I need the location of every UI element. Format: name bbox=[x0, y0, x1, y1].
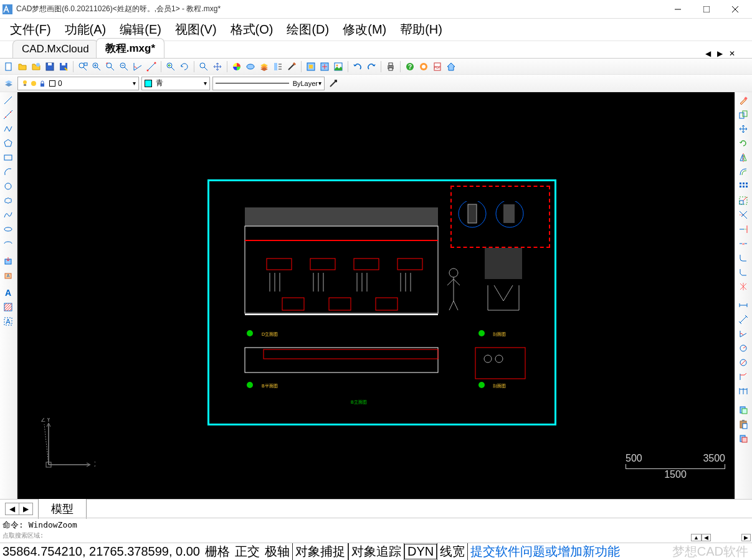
undo-button[interactable] bbox=[351, 60, 364, 73]
block-button[interactable] bbox=[305, 60, 317, 73]
insert-button[interactable] bbox=[318, 60, 331, 73]
erase-button[interactable] bbox=[736, 93, 750, 107]
scroll-left-icon[interactable]: ◀ bbox=[702, 534, 711, 541]
scale-button[interactable] bbox=[736, 194, 750, 207]
measure-angle-button[interactable] bbox=[131, 60, 144, 73]
polar-toggle[interactable]: 极轴 bbox=[262, 543, 292, 560]
arc-button[interactable] bbox=[1, 165, 15, 179]
dim-ordinate-button[interactable] bbox=[736, 370, 750, 384]
properties-button[interactable] bbox=[272, 60, 284, 73]
layout-next-button[interactable]: ▶ bbox=[19, 503, 32, 515]
cut-clip-button[interactable] bbox=[736, 432, 750, 445]
pdf-button[interactable]: PDF bbox=[431, 60, 444, 73]
polyline-button[interactable] bbox=[1, 122, 15, 136]
rotate-button[interactable] bbox=[736, 136, 750, 150]
lineweight-toggle[interactable]: 线宽 bbox=[437, 543, 468, 560]
scroll-up-icon[interactable]: ▲ bbox=[691, 534, 702, 541]
linetype-dropdown[interactable]: ByLayer ▾ bbox=[212, 77, 325, 90]
menu-file[interactable]: 文件(F) bbox=[4, 19, 57, 40]
drawing-canvas[interactable]: D立面图 B平面图 剖面图 剖面图 B立面图 Y X Z 5003500 bbox=[17, 92, 735, 499]
layer-manager-button[interactable] bbox=[2, 77, 15, 90]
regen-button[interactable] bbox=[178, 60, 191, 73]
copy-clip-button[interactable] bbox=[736, 403, 750, 417]
ellipse-button[interactable] bbox=[1, 222, 15, 236]
menu-draw[interactable]: 绘图(D) bbox=[280, 19, 335, 40]
menu-function[interactable]: 功能(A) bbox=[59, 19, 113, 40]
xline-button[interactable] bbox=[1, 108, 15, 121]
pan-button[interactable] bbox=[211, 60, 224, 73]
new-button[interactable] bbox=[2, 60, 15, 73]
rectangle-button[interactable] bbox=[1, 151, 15, 164]
about-button[interactable] bbox=[417, 60, 430, 73]
tab-close-icon[interactable]: ✕ bbox=[727, 49, 737, 58]
draw-order-button[interactable] bbox=[285, 60, 298, 73]
model-tab[interactable]: 模型 bbox=[38, 498, 87, 519]
help-button[interactable]: ? bbox=[404, 60, 416, 73]
ellipse-arc-button[interactable] bbox=[1, 237, 15, 250]
dim-radius-button[interactable] bbox=[736, 341, 750, 355]
circle-button[interactable] bbox=[1, 179, 15, 193]
feedback-link[interactable]: 提交软件问题或增加新功能 bbox=[470, 543, 620, 560]
offset-button[interactable] bbox=[736, 165, 750, 179]
maximize-button[interactable] bbox=[692, 0, 721, 19]
color-button[interactable] bbox=[231, 60, 243, 73]
zoom-previous-button[interactable] bbox=[164, 60, 177, 73]
dim-continue-button[interactable] bbox=[736, 384, 750, 398]
osnap-toggle[interactable]: 对象捕捉 bbox=[292, 543, 348, 560]
open-cloud-button[interactable] bbox=[30, 60, 42, 73]
minimize-button[interactable] bbox=[664, 0, 692, 19]
array-button[interactable] bbox=[736, 179, 750, 193]
measure-dist-button[interactable] bbox=[145, 60, 158, 73]
copy-button[interactable] bbox=[736, 108, 750, 121]
mirror-button[interactable] bbox=[736, 151, 750, 164]
dyn-toggle[interactable]: DYN bbox=[404, 544, 437, 559]
dim-diameter-button[interactable] bbox=[736, 356, 750, 369]
text-button[interactable]: A bbox=[1, 286, 15, 300]
print-button[interactable] bbox=[384, 60, 397, 73]
zoom-realtime-button[interactable] bbox=[198, 60, 210, 73]
otrack-toggle[interactable]: 对象追踪 bbox=[348, 543, 404, 560]
open-button[interactable] bbox=[16, 60, 29, 73]
menu-help[interactable]: 帮助(H) bbox=[394, 19, 449, 40]
layer-dropdown[interactable]: 0 ▾ bbox=[17, 77, 139, 90]
zoom-window-button[interactable] bbox=[77, 60, 89, 73]
save-as-button[interactable] bbox=[57, 60, 70, 73]
trim-button[interactable] bbox=[736, 208, 750, 222]
save-button[interactable] bbox=[44, 60, 56, 73]
chamfer-button[interactable] bbox=[736, 265, 750, 279]
matchprop-button[interactable] bbox=[327, 77, 340, 90]
dim-aligned-button[interactable] bbox=[736, 313, 750, 326]
insert-block-button[interactable] bbox=[1, 254, 15, 268]
menu-modify[interactable]: 修改(M) bbox=[336, 19, 393, 40]
command-text[interactable]: 命令: WindowZoom 点取搜索区域: bbox=[0, 518, 690, 543]
revcloud-button[interactable] bbox=[1, 194, 15, 207]
home-button[interactable] bbox=[445, 60, 457, 73]
zoom-out-button[interactable] bbox=[118, 60, 130, 73]
menu-format[interactable]: 格式(O) bbox=[224, 19, 280, 40]
hatch-button[interactable] bbox=[1, 300, 15, 314]
paste-clip-button[interactable] bbox=[736, 417, 750, 431]
tab-next-icon[interactable]: ▶ bbox=[715, 49, 725, 58]
explode-button[interactable] bbox=[736, 280, 750, 293]
break-button[interactable]: × bbox=[736, 237, 750, 250]
tab-tutorial[interactable]: 教程.mxg* bbox=[96, 38, 164, 58]
menu-edit[interactable]: 编辑(E) bbox=[113, 19, 168, 40]
color-dropdown[interactable]: 青 ▾ bbox=[141, 77, 210, 90]
dim-linear-button[interactable] bbox=[736, 298, 750, 312]
image-button[interactable] bbox=[332, 60, 345, 73]
polygon-button[interactable] bbox=[1, 136, 15, 150]
mtext-button[interactable]: A bbox=[1, 315, 15, 328]
ortho-toggle[interactable]: 正交 bbox=[232, 543, 262, 560]
zoom-in-button[interactable] bbox=[90, 60, 103, 73]
grid-toggle[interactable]: 栅格 bbox=[202, 543, 232, 560]
linetype-button[interactable] bbox=[244, 60, 257, 73]
extend-button[interactable] bbox=[736, 222, 750, 236]
tab-prev-icon[interactable]: ◀ bbox=[703, 49, 713, 58]
layout-prev-button[interactable]: ◀ bbox=[6, 503, 19, 515]
move-button[interactable] bbox=[736, 122, 750, 136]
scroll-right-icon[interactable]: ▶ bbox=[741, 534, 751, 541]
close-button[interactable] bbox=[721, 0, 750, 19]
zoom-extents-button[interactable] bbox=[104, 60, 117, 73]
dim-angular-button[interactable] bbox=[736, 327, 750, 341]
tab-mxcloud[interactable]: CAD.MxCloud bbox=[12, 40, 98, 58]
